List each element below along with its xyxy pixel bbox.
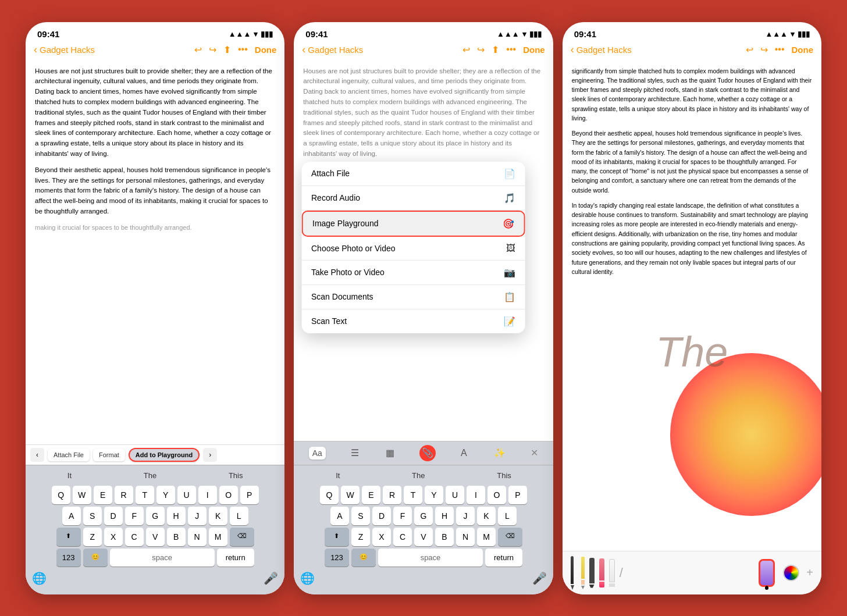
back-label-1[interactable]: Gadget Hacks [40,45,95,55]
key-s2[interactable]: S [351,507,370,525]
key-123[interactable]: 123 [56,549,81,567]
table-icon[interactable]: ▦ [383,445,397,461]
key-u[interactable]: U [177,486,196,504]
markup-icon[interactable]: A [458,446,469,461]
lipstick-tool[interactable] [599,558,604,587]
key-b[interactable]: B [167,528,186,546]
key-j2[interactable]: J [456,507,475,525]
key-h2[interactable]: H [435,507,454,525]
menu-take-photo[interactable]: Take Photo or Video 📷 [302,261,525,285]
key-c2[interactable]: C [393,528,412,546]
nav-next-btn[interactable]: › [203,448,217,462]
key-emoji2[interactable]: 😊 [351,549,376,567]
share-icon-1[interactable]: ⬆ [223,44,231,55]
key-b2[interactable]: B [435,528,454,546]
done-btn-1[interactable]: Done [255,45,277,55]
more-icon-2[interactable]: ••• [506,44,516,55]
key-r2[interactable]: R [383,486,401,504]
nav-prev-btn[interactable]: ‹ [30,448,44,462]
pred-this-2[interactable]: This [492,470,516,481]
undo-icon-3[interactable]: ↩ [746,44,753,55]
key-a[interactable]: A [62,507,81,525]
key-p2[interactable]: P [508,486,527,504]
format-btn[interactable]: Format [93,448,125,461]
color-selector-btn[interactable] [759,559,775,587]
key-g2[interactable]: G [414,507,433,525]
menu-scan-docs[interactable]: Scan Documents 📋 [302,285,525,309]
key-l2[interactable]: L [498,507,517,525]
key-shift[interactable]: ⬆ [56,528,81,546]
redo-icon-2[interactable]: ↪ [477,44,485,55]
attach-icon[interactable]: 📎 [419,445,436,461]
menu-attach-file[interactable]: Attach File 📄 [302,162,525,186]
key-x2[interactable]: X [372,528,391,546]
key-f[interactable]: F [125,507,144,525]
key-emoji[interactable]: 😊 [83,549,108,567]
ruler-tool[interactable]: / [620,565,623,581]
key-o2[interactable]: O [487,486,506,504]
key-t2[interactable]: T [404,486,422,504]
back-label-2[interactable]: Gadget Hacks [308,45,363,55]
key-t[interactable]: T [136,486,154,504]
key-w[interactable]: W [73,486,91,504]
done-btn-2[interactable]: Done [523,45,545,55]
menu-record-audio[interactable]: Record Audio 🎵 [302,186,525,211]
redo-icon-3[interactable]: ↪ [760,44,768,55]
key-f2[interactable]: F [393,507,412,525]
key-c[interactable]: C [125,528,144,546]
key-q2[interactable]: Q [320,486,339,504]
key-m[interactable]: M [209,528,227,546]
key-i[interactable]: I [198,486,217,504]
key-k2[interactable]: K [477,507,496,525]
key-n2[interactable]: N [456,528,475,546]
back-btn-2[interactable]: ‹ Gadget Hacks [302,44,363,56]
back-btn-1[interactable]: ‹ Gadget Hacks [34,44,95,56]
key-return[interactable]: return [217,549,254,567]
eraser-tool[interactable] [609,559,615,587]
pred-it-1[interactable]: It [63,470,76,481]
sparkle-icon[interactable]: ✨ [492,445,508,461]
key-p[interactable]: P [240,486,259,504]
more-icon-3[interactable]: ••• [775,44,785,55]
key-w2[interactable]: W [341,486,360,504]
key-l[interactable]: L [230,507,248,525]
back-label-3[interactable]: Gadget Hacks [576,45,632,55]
pred-the-2[interactable]: The [407,470,429,481]
redo-icon-1[interactable]: ↪ [209,44,216,55]
close-keyboard-btn[interactable]: ✕ [531,447,538,458]
marker-tool[interactable] [589,558,595,588]
key-i2[interactable]: I [467,486,485,504]
key-y2[interactable]: Y [425,486,443,504]
mic-icon-2[interactable]: 🎤 [532,571,547,585]
key-x[interactable]: X [104,528,123,546]
mic-icon[interactable]: 🎤 [264,571,278,585]
key-n[interactable]: N [188,528,207,546]
key-123-2[interactable]: 123 [325,549,349,567]
key-v2[interactable]: V [414,528,433,546]
more-icon-1[interactable]: ••• [238,44,248,55]
key-space[interactable]: space [110,549,215,567]
key-s[interactable]: S [83,507,102,525]
key-m2[interactable]: M [477,528,496,546]
key-j[interactable]: J [188,507,207,525]
undo-icon-1[interactable]: ↩ [194,44,202,55]
key-e[interactable]: E [94,486,112,504]
key-shift2[interactable]: ⬆ [325,528,349,546]
key-k[interactable]: K [209,507,227,525]
key-return2[interactable]: return [485,549,522,567]
add-color-btn[interactable]: + [806,566,813,579]
key-e2[interactable]: E [362,486,380,504]
key-o[interactable]: O [219,486,238,504]
key-d2[interactable]: D [372,507,391,525]
add-playground-btn[interactable]: Add to Playground [129,448,200,462]
key-v[interactable]: V [146,528,165,546]
back-btn-3[interactable]: ‹ Gadget Hacks [571,44,632,56]
key-z[interactable]: Z [83,528,102,546]
attach-file-btn[interactable]: Attach File [48,448,90,461]
key-u2[interactable]: U [446,486,464,504]
key-delete2[interactable]: ⌫ [498,528,522,546]
key-a2[interactable]: A [330,507,349,525]
pred-this-1[interactable]: This [224,470,248,481]
pen-tool[interactable] [571,556,574,590]
key-delete[interactable]: ⌫ [230,528,254,546]
